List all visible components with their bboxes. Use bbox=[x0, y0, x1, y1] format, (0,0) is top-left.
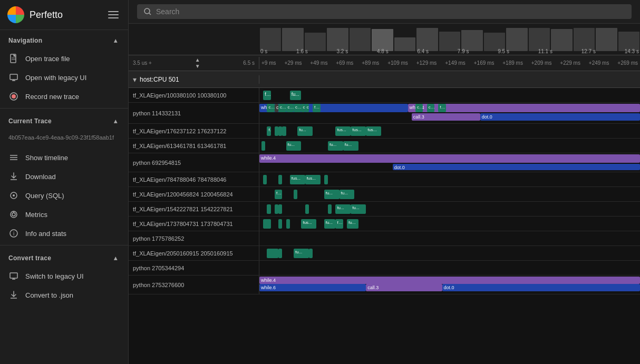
track-content[interactable]: f fu... fus... fus... fus... bbox=[259, 124, 640, 138]
flame-block[interactable] bbox=[275, 126, 278, 136]
sidebar-item-query-sql[interactable]: Query (SQL) bbox=[0, 186, 128, 205]
track-content[interactable]: fu... bbox=[259, 246, 640, 260]
flame-call1[interactable]: call.1 bbox=[415, 104, 423, 112]
collapse-arrows[interactable]: ▲ ▼ bbox=[195, 57, 200, 69]
flame-block[interactable]: f bbox=[267, 126, 270, 136]
flame-call2[interactable]: call.2 bbox=[427, 104, 434, 112]
collapse-up-arrow[interactable]: ▲ bbox=[195, 57, 200, 63]
cpu-collapse-icon[interactable]: ▾ bbox=[133, 75, 137, 84]
sidebar-item-info-stats[interactable]: i Info and stats bbox=[0, 224, 128, 243]
flame-block[interactable]: fu... bbox=[294, 249, 309, 258]
flame-block[interactable] bbox=[278, 126, 282, 136]
flame-block[interactable] bbox=[324, 175, 328, 184]
track-content[interactable]: fu... fu... fu... bbox=[259, 139, 640, 153]
track-content[interactable] bbox=[259, 261, 640, 275]
flame-block[interactable]: fu... bbox=[328, 141, 343, 151]
flame-call3[interactable]: call.3 bbox=[366, 284, 442, 291]
flame-block[interactable]: fu... bbox=[286, 141, 302, 151]
sub-ruler-time-start: 3.5 us + bbox=[133, 60, 152, 66]
table-row: python 114332131 while.6 while.4 ca... c… bbox=[129, 103, 640, 124]
sidebar-item-record-trace[interactable]: Record new trace bbox=[0, 87, 128, 106]
flame-cal[interactable]: cal... bbox=[294, 104, 301, 112]
flame-block[interactable]: fu... bbox=[275, 190, 282, 199]
flame-block[interactable]: fu... bbox=[263, 91, 270, 100]
sub-tick-0: +9 ms bbox=[261, 60, 276, 66]
tracks-area[interactable]: tf_XLAEigen/100380100 100380100 fu... fu… bbox=[129, 88, 640, 364]
flame-block[interactable]: fu... bbox=[324, 190, 340, 199]
flame-block[interactable] bbox=[278, 204, 282, 214]
collapse-down-arrow[interactable]: ▼ bbox=[195, 63, 200, 69]
flame-block[interactable] bbox=[263, 175, 267, 184]
flame-block[interactable] bbox=[263, 219, 270, 229]
flame-c3[interactable]: c... bbox=[305, 104, 309, 112]
flame-block[interactable]: fus... bbox=[366, 126, 381, 136]
flame-while4-bottom[interactable]: while.4 bbox=[259, 277, 640, 284]
sidebar-item-metrics[interactable]: Metrics bbox=[0, 205, 128, 224]
flame-fu[interactable]: fu... bbox=[313, 104, 320, 112]
sidebar-item-open-trace[interactable]: Open trace file bbox=[0, 49, 128, 68]
flame-block[interactable]: fu... bbox=[347, 219, 358, 229]
flame-block[interactable] bbox=[286, 219, 290, 229]
track-content[interactable] bbox=[259, 231, 640, 245]
flame-call[interactable]: cal... bbox=[286, 104, 294, 112]
flame-block[interactable] bbox=[267, 249, 278, 258]
search-bar[interactable] bbox=[137, 4, 632, 19]
track-content[interactable]: fu... fu... bbox=[259, 88, 640, 102]
flame-block[interactable]: fus... bbox=[335, 126, 351, 136]
flame-block[interactable] bbox=[275, 204, 278, 214]
current-trace-chevron[interactable] bbox=[111, 117, 120, 125]
track-content[interactable]: fu... fu... bbox=[259, 202, 640, 216]
search-input[interactable] bbox=[156, 7, 625, 16]
flame-block[interactable] bbox=[309, 249, 313, 258]
flame-co[interactable]: co... bbox=[278, 104, 286, 112]
flame-dot0[interactable]: dot.0 bbox=[480, 113, 640, 121]
flame-block[interactable]: fus... bbox=[351, 126, 366, 136]
flame-dot0[interactable]: dot.0 bbox=[393, 164, 640, 170]
track-content[interactable]: fus... fu... fu... fu... bbox=[259, 217, 640, 231]
flame-block[interactable]: fus... bbox=[301, 219, 316, 229]
sidebar-item-convert-json[interactable]: Convert to .json bbox=[0, 286, 128, 304]
hamburger-button[interactable] bbox=[106, 9, 121, 21]
flame-block[interactable]: fu... bbox=[335, 204, 351, 214]
flame-block[interactable] bbox=[294, 190, 297, 199]
flame-block[interactable]: fu... bbox=[324, 219, 336, 229]
sidebar-item-switch-legacy[interactable]: Switch to legacy UI bbox=[0, 267, 128, 286]
flame-dot0[interactable]: dot.0 bbox=[442, 284, 640, 291]
convert-trace-section-header: Convert trace bbox=[0, 248, 128, 267]
sidebar-item-show-timeline[interactable]: Show timeline bbox=[0, 148, 128, 167]
flame-block[interactable]: fu... bbox=[351, 204, 366, 214]
flame-call3[interactable]: call.3 bbox=[412, 113, 480, 121]
cpu-header-label[interactable]: ▾ host:CPU 501 bbox=[129, 75, 259, 84]
convert-trace-chevron[interactable] bbox=[111, 254, 120, 262]
sidebar-item-download[interactable]: Download bbox=[0, 167, 128, 186]
track-content[interactable]: fu... fu... fu... bbox=[259, 187, 640, 201]
flame-block[interactable] bbox=[278, 249, 282, 258]
flame-block[interactable] bbox=[278, 175, 282, 184]
flame-block[interactable] bbox=[305, 204, 309, 214]
flame-block[interactable]: fu... bbox=[297, 126, 313, 136]
flame-c2[interactable]: c... bbox=[301, 104, 305, 112]
flame-while4-wide[interactable]: while.4 bbox=[259, 154, 640, 163]
flame-c[interactable]: c bbox=[275, 104, 278, 112]
flame-fu2[interactable]: fu... bbox=[438, 104, 445, 112]
track-content[interactable]: fus... fus... bbox=[259, 172, 640, 186]
flame-block[interactable] bbox=[328, 204, 332, 214]
flame-block[interactable] bbox=[278, 219, 282, 229]
flame-block[interactable] bbox=[267, 204, 270, 214]
track-content[interactable]: while.6 while.4 ca... c co... cal... cal… bbox=[259, 103, 640, 123]
sidebar-item-open-legacy[interactable]: Open with legacy UI bbox=[0, 68, 128, 87]
cpu-header-text: host:CPU 501 bbox=[140, 76, 179, 83]
flame-block[interactable]: fu... bbox=[335, 219, 343, 229]
navigation-chevron[interactable] bbox=[111, 36, 120, 45]
flame-while6[interactable]: while.6 bbox=[259, 284, 366, 291]
flame-block[interactable] bbox=[282, 126, 286, 136]
track-content[interactable]: while.4 while.6 call.3 dot.0 bbox=[259, 276, 640, 294]
flame-block[interactable] bbox=[261, 141, 265, 151]
flame-ca[interactable]: ca... bbox=[267, 104, 274, 112]
flame-block[interactable]: fu... bbox=[343, 141, 358, 151]
track-content[interactable]: while.4 dot.0 bbox=[259, 153, 640, 172]
flame-block[interactable]: fu... bbox=[290, 91, 302, 100]
flame-block[interactable]: fus... bbox=[290, 175, 305, 184]
flame-block[interactable]: fu... bbox=[340, 190, 355, 199]
flame-block[interactable]: fus... bbox=[305, 175, 321, 184]
